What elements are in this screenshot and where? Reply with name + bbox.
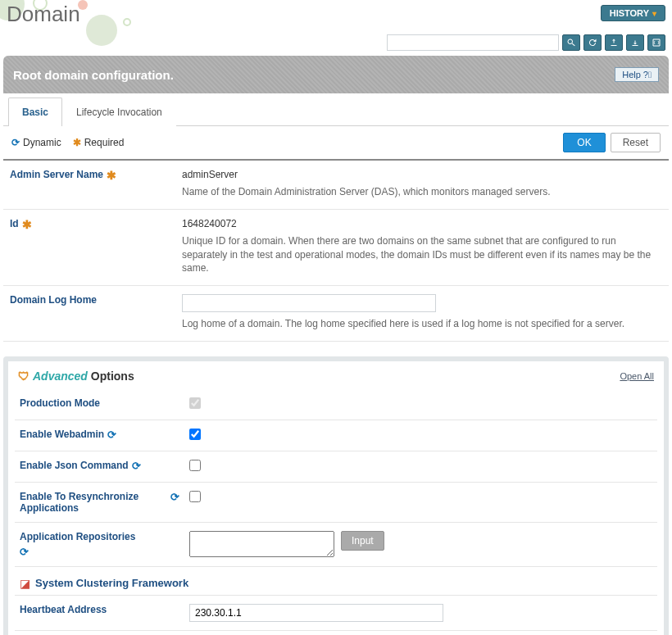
import-icon-button[interactable] xyxy=(626,34,644,51)
row-admin-server: Admin Server Name ✱ adminServer Name of … xyxy=(3,161,669,210)
search-icon-button[interactable] xyxy=(562,34,580,51)
desc-id: Unique ID for a domain. When there are t… xyxy=(182,234,662,275)
tab-basic[interactable]: Basic xyxy=(8,98,62,126)
label-id: Id ✱ xyxy=(10,218,182,275)
required-icon: ✱ xyxy=(73,137,81,148)
label-enable-webadmin: Enable Webadmin xyxy=(20,429,104,440)
section-system-clustering: ◪ System Clustering Framework xyxy=(15,567,657,596)
subtitle-bar: Root domain configuration. Help ?⃝ xyxy=(3,56,669,93)
required-icon: ✱ xyxy=(22,218,32,231)
value-id: 1648240072 xyxy=(182,218,662,229)
row-production-mode: Production Mode xyxy=(15,389,657,420)
advanced-title-suffix: Options xyxy=(88,370,134,383)
row-log-home: Domain Log Home Log home of a domain. Th… xyxy=(3,286,669,342)
label-admin-server: Admin Server Name ✱ xyxy=(10,169,182,199)
tabs-row: Basic Lifecycle Invocation xyxy=(3,97,669,126)
search-input[interactable] xyxy=(387,34,559,51)
textarea-app-repos[interactable] xyxy=(189,531,334,557)
page-title: Domain xyxy=(7,2,665,27)
dynamic-icon: ⟳ xyxy=(107,429,116,441)
checkbox-production-mode[interactable] xyxy=(189,397,201,409)
help-icon: ?⃝ xyxy=(643,70,652,79)
dynamic-icon: ⟳ xyxy=(11,137,20,148)
input-log-home[interactable] xyxy=(182,294,436,312)
top-row: Domain HISTORY ▾ xyxy=(0,0,672,34)
value-admin-server: adminServer xyxy=(182,169,662,180)
required-icon: ✱ xyxy=(107,169,116,182)
desc-log-home: Log home of a domain. The log home speci… xyxy=(182,317,662,331)
row-id: Id ✱ 1648240072 Unique ID for a domain. … xyxy=(3,210,669,286)
ok-button[interactable]: OK xyxy=(563,133,605,152)
advanced-header: 🛡Advanced Options Open All xyxy=(8,361,664,389)
row-heartbeat-port: Heartbeat Port xyxy=(15,631,657,635)
row-enable-webadmin: Enable Webadmin ⟳ xyxy=(15,420,657,451)
legend-required: ✱Required xyxy=(73,137,125,148)
refresh-icon-button[interactable] xyxy=(583,34,602,51)
label-production-mode: Production Mode xyxy=(20,397,100,409)
reset-button[interactable]: Reset xyxy=(611,133,661,152)
form-table: Admin Server Name ✱ adminServer Name of … xyxy=(3,161,669,342)
input-button[interactable]: Input xyxy=(341,531,384,551)
tab-lifecycle[interactable]: Lifecycle Invocation xyxy=(62,98,176,126)
legend-row: ⟳Dynamic ✱Required OK Reset xyxy=(3,126,669,161)
dynamic-icon: ⟳ xyxy=(170,491,179,503)
label-app-repos: Application Repositories xyxy=(20,531,135,542)
label-heartbeat-addr: Heartbeat Address xyxy=(20,604,107,615)
shield-icon: 🛡 xyxy=(18,370,30,383)
xml-icon-button[interactable] xyxy=(647,34,665,51)
row-enable-json: Enable Json Command ⟳ xyxy=(15,451,657,483)
help-button-label: Help xyxy=(622,70,641,79)
section-bullet-icon: ◪ xyxy=(20,577,30,590)
advanced-title-prefix: Advanced xyxy=(33,370,88,383)
advanced-panel: 🛡Advanced Options Open All Production Mo… xyxy=(3,356,669,635)
label-enable-json: Enable Json Command xyxy=(20,460,129,471)
export-icon-button[interactable] xyxy=(605,34,623,51)
desc-admin-server: Name of the Domain Administration Server… xyxy=(182,185,662,199)
section-title-scf: System Clustering Framework xyxy=(35,577,188,589)
open-all-link[interactable]: Open All xyxy=(620,371,654,381)
checkbox-enable-resync[interactable] xyxy=(189,491,201,502)
subtitle-text: Root domain configuration. xyxy=(13,68,174,82)
row-app-repos: Application Repositories ⟳ Input xyxy=(15,523,657,567)
checkbox-enable-json[interactable] xyxy=(189,460,201,471)
dynamic-icon: ⟳ xyxy=(20,546,29,558)
help-button[interactable]: Help ?⃝ xyxy=(615,67,659,82)
row-heartbeat-address: Heartbeat Address xyxy=(15,596,657,631)
label-log-home: Domain Log Home xyxy=(10,294,182,331)
dynamic-icon: ⟳ xyxy=(132,460,141,472)
legend-dynamic: ⟳Dynamic xyxy=(11,137,61,148)
search-row xyxy=(0,34,672,56)
label-enable-resync: Enable To Resynchronize Applications xyxy=(20,491,167,514)
input-heartbeat-addr[interactable] xyxy=(189,604,443,622)
checkbox-enable-webadmin[interactable] xyxy=(189,429,201,440)
row-enable-resync: Enable To Resynchronize Applications ⟳ xyxy=(15,483,657,523)
